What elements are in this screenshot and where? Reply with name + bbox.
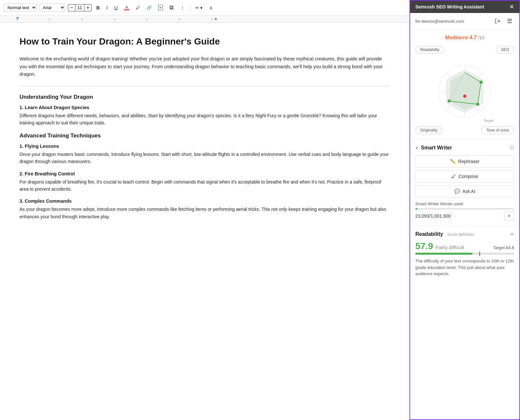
toolbar: Normal text Arial − 11 + B I U A 🖊 🔗 + 🖼… — [0, 0, 410, 16]
svg-text:5: 5 — [146, 18, 148, 21]
insert-image-button[interactable]: 🖼 — [167, 4, 176, 11]
pencil-tool-button[interactable]: ✏ ▾ — [193, 4, 205, 12]
text-color-button[interactable]: A — [122, 4, 131, 12]
highlight-button[interactable]: 🖊 — [134, 4, 142, 11]
info-icon[interactable]: ⓘ — [510, 145, 514, 151]
link-button[interactable]: 🔗 — [145, 4, 154, 11]
more-options-button[interactable]: ⋮ — [178, 4, 187, 12]
semrush-panel: Semrush SEO Writing Assistant ✕ for-demo… — [410, 0, 520, 420]
ruler: 1 2 3 4 5 6 7 — [0, 16, 410, 23]
words-progress-fill — [415, 208, 418, 210]
readability-score: 57.9 — [415, 241, 433, 251]
ruler-marks: 1 2 3 4 5 6 7 — [6, 17, 403, 22]
rephraser-label: Rephraser — [458, 159, 479, 164]
readability-title: Readability — [415, 231, 443, 237]
font-select[interactable]: Arial — [39, 4, 65, 12]
words-count: 23,093/1,001,900 — [415, 213, 451, 219]
rephraser-icon: ✏️ — [450, 159, 456, 164]
rephraser-button[interactable]: ✏️ Rephraser — [415, 155, 514, 168]
svg-text:4: 4 — [114, 18, 115, 21]
radar-tabs-bottom: Originality Tone of voice — [410, 126, 519, 134]
tab-readability[interactable]: Readability — [415, 46, 444, 54]
smart-writer-header: ∨ Smart Writer ⓘ — [415, 145, 514, 151]
subsection3-body: For dragons capable of breathing fire, i… — [20, 178, 390, 193]
chevron-down-icon: ∨ — [415, 146, 418, 150]
logout-button[interactable] — [493, 17, 502, 25]
menu-button[interactable]: ☰ — [505, 16, 514, 26]
readability-fill — [415, 253, 473, 255]
subsection2-body: Once your dragon masters basic commands,… — [20, 151, 390, 165]
insert-special-button[interactable]: + — [156, 4, 165, 12]
subsection4-body: As your dragon becomes more adept, intro… — [20, 206, 390, 220]
svg-text:3: 3 — [81, 18, 83, 21]
panel-title: Semrush SEO Writing Assistant — [415, 4, 484, 9]
bold-button[interactable]: B — [94, 4, 102, 12]
document-title: How to Train Your Dragon: A Beginner's G… — [20, 36, 390, 47]
smart-writer-section: ∨ Smart Writer ⓘ ✏️ Rephraser 🖊 Compose … — [410, 139, 519, 226]
svg-text:2: 2 — [49, 18, 50, 21]
readability-header: Readability Score definition ✏ — [415, 231, 514, 237]
ask-ai-button[interactable]: 💬 Ask AI — [415, 185, 514, 197]
compose-label: Compose — [459, 174, 478, 179]
section1-heading: Understanding Your Dragon — [20, 94, 390, 100]
tab-seo[interactable]: SEO — [496, 46, 514, 54]
compose-button[interactable]: 🖊 Compose — [415, 170, 514, 183]
collapse-button[interactable]: ∧ — [207, 4, 214, 12]
add-words-button[interactable]: + — [504, 211, 514, 221]
smart-writer-title-row: ∨ Smart Writer — [415, 145, 452, 151]
readability-bar — [415, 253, 514, 255]
radar-target-label: Target — [483, 119, 493, 122]
radar-tabs-top: Readability SEO — [410, 46, 519, 54]
readability-description: The difficulty of your text corresponds … — [415, 258, 514, 277]
words-used-label: Smart Writer Words used: — [415, 201, 514, 206]
words-count-row: 23,093/1,001,900 + — [415, 211, 514, 221]
subsection2-heading: 1. Flying Lessons — [20, 144, 390, 149]
section-divider — [20, 86, 390, 86]
svg-marker-9 — [214, 17, 217, 20]
score-definition-link[interactable]: Score definition — [447, 232, 474, 237]
ask-ai-label: Ask AI — [462, 189, 475, 194]
radar-container: Target — [410, 56, 519, 126]
user-email: for-demos@semrush.com — [415, 19, 464, 24]
underline-button[interactable]: U — [112, 4, 120, 12]
radar-chart — [432, 59, 497, 124]
svg-text:7: 7 — [211, 18, 213, 21]
font-size-increase[interactable]: + — [84, 5, 91, 11]
score-section: Mediocre 4.7 /10 — [410, 30, 519, 46]
subsection3-heading: 2. Fire Breathing Control — [20, 171, 390, 176]
readability-target: Target 64.8 — [493, 245, 514, 250]
readability-score-row: 57.9 Fairly difficult Target 64.8 — [415, 241, 514, 251]
svg-point-24 — [463, 95, 466, 98]
panel-header: Semrush SEO Writing Assistant ✕ — [410, 1, 519, 13]
tab-originality[interactable]: Originality — [415, 126, 442, 134]
svg-text:6: 6 — [179, 18, 180, 21]
readability-section: Readability Score definition ✏ 57.9 Fair… — [410, 226, 519, 282]
font-size-value: 11 — [75, 5, 84, 11]
document-intro: Welcome to the enchanting world of drago… — [20, 55, 390, 78]
font-size-control: − 11 + — [68, 4, 92, 11]
score-value: 4.7 — [469, 35, 476, 40]
user-actions: ☰ — [493, 16, 514, 26]
readability-title-group: Readability Score definition — [415, 231, 474, 237]
document-content: How to Train Your Dragon: A Beginner's G… — [0, 23, 410, 420]
subsection1-body: Different dragons have different needs, … — [20, 112, 390, 127]
score-label: Mediocre — [445, 35, 468, 40]
toolbar-divider — [190, 5, 190, 11]
readability-edit-icon[interactable]: ✏ — [510, 232, 514, 237]
subsection4-heading: 3. Complex Commands — [20, 198, 390, 204]
text-style-select[interactable]: Normal text — [4, 4, 37, 12]
target-marker — [479, 251, 480, 256]
font-size-decrease[interactable]: − — [68, 5, 75, 11]
ask-ai-icon: 💬 — [454, 189, 460, 194]
readability-difficulty-label: Fairly difficult — [436, 245, 464, 250]
editor-area: Normal text Arial − 11 + B I U A 🖊 🔗 + 🖼… — [0, 0, 410, 420]
section2-heading: Advanced Training Techniques — [20, 133, 390, 139]
tab-tone-of-voice[interactable]: Tone of voice — [481, 126, 514, 134]
italic-button[interactable]: I — [104, 4, 110, 12]
readability-bar-container — [415, 253, 514, 255]
smart-writer-title: Smart Writer — [421, 145, 452, 151]
words-progress-bar — [415, 208, 514, 210]
panel-user-bar: for-demos@semrush.com ☰ — [410, 13, 519, 30]
score-max: /10 — [478, 35, 484, 40]
panel-close-button[interactable]: ✕ — [509, 4, 514, 10]
